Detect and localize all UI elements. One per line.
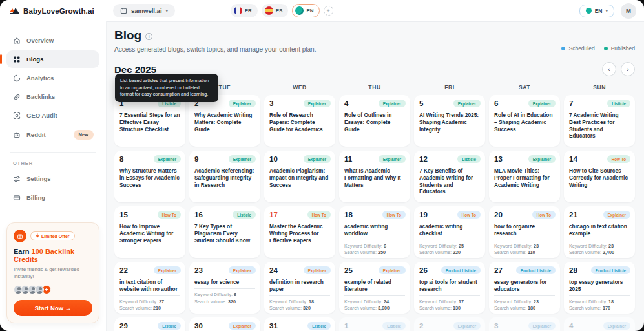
sidebar-item-settings[interactable]: Settings [6, 170, 99, 187]
calendar-cell-day-23[interactable]: 23Explaineressay for scienceKeyword Diff… [189, 262, 260, 314]
limited-offer-badge: Limited Offer [30, 231, 75, 240]
calendar-cell-day-13[interactable]: 13ExplainerMLA Movie Titles: Proper Form… [489, 151, 560, 202]
article-type-badge: How To [532, 211, 556, 219]
article-title: Role of Outlines in Essays: Complete Gui… [344, 112, 405, 133]
keyword-difficulty: Keyword Difficulty: 6 [344, 243, 405, 250]
article-title: Master the Academic Writing Process for … [269, 223, 330, 244]
sidebar-item-billing[interactable]: Billing [6, 189, 99, 206]
search-volume: Search volume: 2,400 [569, 250, 630, 257]
sidebar-item-reddit[interactable]: RedditNew [6, 125, 99, 144]
keyword-stats: Keyword Difficulty: 25Search volume: 220 [419, 243, 480, 257]
calendar-cell-day-1-next-month[interactable]: 1Listiclecitation styles checklist [339, 317, 410, 331]
article-title: 7 Key Benefits of Academic Writing for S… [419, 167, 480, 195]
calendar-cell-day-8[interactable]: 8ExplainerWhy Structure Matters in Essay… [114, 151, 185, 202]
calendar-cell-day-20[interactable]: 20How Tohow to organize researchKeyword … [489, 206, 560, 258]
calendar-cell-day-4[interactable]: 4ExplainerRole of Outlines in Essays: Co… [339, 95, 410, 147]
sidebar-item-label: Backlinks [26, 93, 55, 100]
keyword-difficulty: Keyword Difficulty: 27 [119, 299, 180, 306]
language-pill-es[interactable]: ES [262, 4, 289, 17]
keyword-stats: Keyword Difficulty: 23Search volume: 2,4… [569, 243, 630, 257]
keyword-stats: Keyword Difficulty: 18Search volume: 170 [569, 299, 630, 313]
calendar-cell-day-31[interactable]: 31Listicleresearch paper checklist [264, 317, 335, 331]
article-type-badge: Explainer [453, 100, 481, 107]
article-type-badge: Explainer [603, 211, 630, 219]
calendar-cell-day-30[interactable]: 30Explainer2000 words how many pages [189, 317, 260, 331]
calendar-cell-day-2[interactable]: 2ExplainerWhy Academic Writing Matters: … [189, 95, 260, 147]
calendar-cell-day-6[interactable]: 6ExplainerRole of AI in Education – Shap… [489, 95, 560, 147]
article-type-badge: Explainer [528, 100, 556, 107]
article-title: academic writing checklist [419, 223, 480, 240]
prev-month-button[interactable]: ‹ [602, 62, 616, 76]
article-title: How to Cite Sources Correctly for Academ… [569, 167, 630, 188]
calendar-cell-day-3-next-month[interactable]: 3Explainerchat gpt creators [489, 317, 560, 331]
locale-selector[interactable]: EN ▾ [579, 5, 614, 17]
calendar-cell-day-24[interactable]: 24Explainerdefinition in research paperK… [264, 262, 335, 314]
sidebar-divider [10, 152, 96, 153]
keyword-difficulty: Keyword Difficulty: 18 [569, 299, 630, 306]
calendar-cell-day-16[interactable]: 16Listicle7 Key Types of Plagiarism Ever… [189, 206, 260, 258]
article-type-badge: Explainer [379, 155, 406, 163]
search-volume: Search volume: 210 [119, 305, 180, 312]
calendar-cell-day-26[interactable]: 26Product Listicletop ai tools for stude… [414, 262, 485, 314]
calendar-cell-day-1[interactable]: 1Listicle7 Essential Steps for an Effect… [114, 95, 185, 147]
info-icon[interactable]: i [145, 33, 152, 40]
card-icon [12, 193, 21, 202]
calendar-cell-day-18[interactable]: 18How Toacademic writing workflowKeyword… [339, 206, 410, 258]
calendar-cell-day-14[interactable]: 14How ToHow to Cite Sources Correctly fo… [564, 151, 635, 202]
keyword-stats: Keyword Difficulty: 24Search volume: 3,6… [344, 299, 405, 313]
keyword-difficulty: Keyword Difficulty: 23 [494, 299, 555, 306]
sidebar-item-analytics[interactable]: Analytics [6, 69, 99, 87]
article-title: 7 Key Types of Plagiarism Every Student … [194, 223, 255, 244]
calendar-cell-day-28[interactable]: 28Product Listicletop essay generators 2… [564, 262, 635, 314]
article-title: academic writing workflow [344, 223, 405, 240]
language-code: FR [245, 8, 252, 14]
article-title: Role of AI in Education – Shaping Academ… [494, 112, 555, 133]
calendar-cell-day-4-next-month[interactable]: 4Explaineressay on nature [564, 317, 635, 331]
user-avatar[interactable]: M [621, 3, 636, 19]
calendar-cell-day-15[interactable]: 15How ToHow to Improve Academic Writing … [114, 206, 185, 258]
calendar-cell-day-12[interactable]: 12Listicle7 Key Benefits of Academic Wri… [414, 151, 485, 202]
calendar-cell-day-27[interactable]: 27Product Listicleessay generators for e… [489, 262, 560, 314]
start-now-button[interactable]: Start Now → [14, 300, 92, 316]
listicle-tooltip: List-based articles that present informa… [115, 74, 218, 102]
article-type-badge: Explainer [304, 155, 331, 163]
next-month-button[interactable]: › [621, 62, 635, 76]
calendar-cell-day-7[interactable]: 7Listicle7 Academic Writing Best Practic… [564, 95, 635, 147]
search-volume: Search volume: 170 [569, 305, 630, 312]
article-type-badge: Explainer [154, 266, 181, 274]
locale-code: EN [595, 8, 603, 14]
sidebar-item-geo-audit[interactable]: GEO Audit [6, 107, 99, 124]
calendar-cell-day-10[interactable]: 10ExplainerAcademic Plagiarism: Impact o… [264, 151, 335, 202]
calendar-cell-day-9[interactable]: 9ExplainerAcademic Referencing: Safeguar… [189, 151, 260, 202]
calendar-cell-day-17[interactable]: 17How ToMaster the Academic Writing Proc… [264, 206, 335, 258]
calendar-cell-day-29[interactable]: 29Listicleways to avoid plagiarism [114, 317, 185, 331]
main-content: Blog i Access generated blogs, switch to… [107, 22, 644, 331]
sidebar-item-blogs[interactable]: Blogs [6, 50, 99, 68]
calendar-cell-day-2-next-month[interactable]: 2Explainerhow long is an essay [414, 317, 485, 331]
calendar-cell-day-25[interactable]: 25Explainerexample of related literature… [339, 262, 410, 314]
calendar-cell-day-22[interactable]: 22Explainerin text citation of website w… [114, 262, 185, 314]
article-type-badge: How To [307, 211, 331, 219]
brand-mark-icon [9, 6, 20, 15]
language-pill-fr[interactable]: FR [231, 4, 258, 17]
article-title: 7 Essential Steps for an Effective Essay… [119, 112, 180, 133]
offer-avatars: + [14, 285, 92, 294]
add-language-button[interactable]: + [324, 6, 333, 16]
calendar-cell-day-21[interactable]: 21Explainerchicago in text citation exam… [564, 206, 635, 258]
language-pill-en[interactable]: EN [292, 4, 319, 17]
brand-logo[interactable]: BabyLoveGrowth.ai [0, 6, 107, 15]
day-header-thu: THU [339, 84, 410, 95]
sidebar-item-overview[interactable]: Overview [6, 32, 99, 49]
search-volume: Search volume: 110 [494, 250, 555, 257]
keyword-stats: Keyword Difficulty: 6Search volume: 250 [344, 243, 405, 257]
article-type-badge: Explainer [528, 322, 556, 330]
calendar-cell-day-3[interactable]: 3ExplainerRole of Research Papers: Compl… [264, 95, 335, 147]
sidebar-item-backlinks[interactable]: Backlinks [6, 88, 99, 105]
article-type-badge: Listicle [158, 322, 181, 330]
workspace-selector[interactable]: samwell.ai ▾ [113, 4, 175, 17]
calendar-cell-day-19[interactable]: 19How Toacademic writing checklistKeywor… [414, 206, 485, 258]
avatar [35, 285, 44, 294]
calendar-cell-day-11[interactable]: 11ExplainerWhat Is Academic Formatting a… [339, 151, 410, 202]
calendar-cell-day-5[interactable]: 5ExplainerAI Writing Trends 2025: Shapin… [414, 95, 485, 147]
article-type-badge: Explainer [304, 266, 331, 274]
